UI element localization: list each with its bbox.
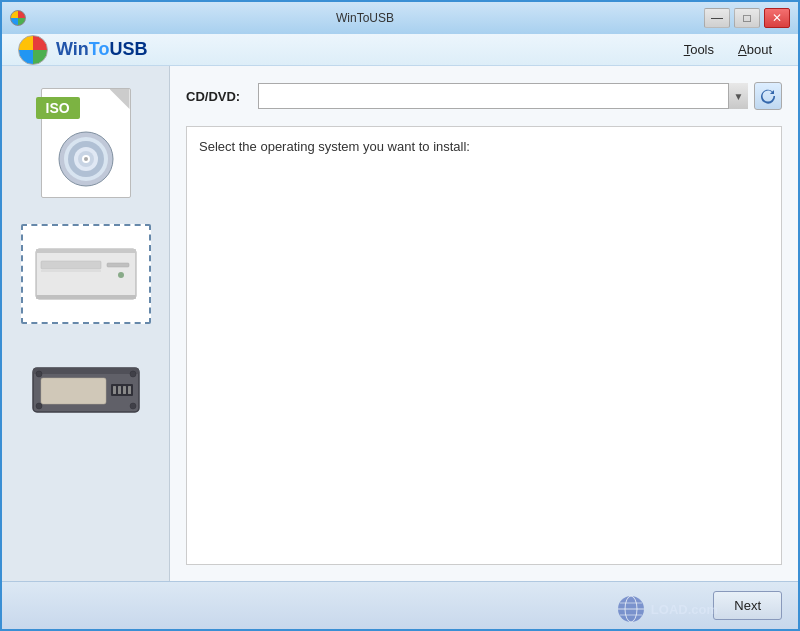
app-window: WinToUSB — □ ✕ WinToUSB Tools About <box>0 0 800 631</box>
logo-area: WinToUSB <box>18 35 666 65</box>
maximize-button[interactable]: □ <box>734 8 760 28</box>
app-icon <box>10 10 26 26</box>
iso-source-icon[interactable]: ISO <box>21 78 151 208</box>
svg-point-18 <box>130 371 136 377</box>
menu-items: Tools About <box>674 38 782 61</box>
os-selection-area: Select the operating system you want to … <box>186 126 782 565</box>
watermark-globe-icon <box>617 595 645 623</box>
about-label-rest: bout <box>747 42 772 57</box>
svg-rect-8 <box>36 249 136 253</box>
cd-dvd-select[interactable] <box>258 83 748 109</box>
svg-rect-23 <box>118 386 121 394</box>
svg-rect-22 <box>113 386 116 394</box>
bottom-bar: LOAD.com Next <box>2 581 798 629</box>
hdd-icon[interactable] <box>21 340 151 440</box>
watermark: LOAD.com <box>617 595 718 623</box>
close-button[interactable]: ✕ <box>764 8 790 28</box>
optical-drive-svg <box>31 239 141 309</box>
svg-point-20 <box>130 403 136 409</box>
logo-to: To <box>89 39 110 59</box>
title-bar-left <box>10 10 26 26</box>
menu-bar: WinToUSB Tools About <box>2 34 798 66</box>
cd-dvd-label: CD/DVD: <box>186 89 246 104</box>
cd-dvd-select-container: ▼ <box>258 83 748 109</box>
os-selection-label: Select the operating system you want to … <box>199 139 769 154</box>
svg-rect-25 <box>128 386 131 394</box>
window-title: WinToUSB <box>26 11 704 25</box>
svg-point-19 <box>36 403 42 409</box>
optical-drive-icon[interactable] <box>21 224 151 324</box>
svg-point-11 <box>118 272 124 278</box>
svg-rect-9 <box>41 261 101 269</box>
logo-text: WinToUSB <box>56 39 148 60</box>
hdd-svg <box>31 360 141 420</box>
svg-rect-10 <box>107 263 129 267</box>
svg-point-17 <box>36 371 42 377</box>
tools-label-rest: ools <box>690 42 714 57</box>
svg-rect-16 <box>41 378 106 404</box>
cd-disc-icon <box>56 129 116 189</box>
iso-badge: ISO <box>36 97 80 119</box>
sidebar: ISO <box>2 66 170 581</box>
logo-circle-icon <box>18 35 48 65</box>
next-button[interactable]: Next <box>713 591 782 620</box>
refresh-icon <box>760 88 776 104</box>
content-area: ISO <box>2 66 798 581</box>
svg-rect-24 <box>123 386 126 394</box>
iso-paper: ISO <box>41 88 131 198</box>
svg-rect-15 <box>33 368 139 374</box>
tools-menu[interactable]: Tools <box>674 38 724 61</box>
main-panel: CD/DVD: ▼ <box>170 66 798 581</box>
refresh-button[interactable] <box>754 82 782 110</box>
logo-win: Win <box>56 39 89 59</box>
logo-usb: USB <box>109 39 147 59</box>
watermark-text: LOAD.com <box>651 602 718 617</box>
minimize-button[interactable]: — <box>704 8 730 28</box>
cd-dvd-row: CD/DVD: ▼ <box>186 82 782 110</box>
window-controls: — □ ✕ <box>704 8 790 28</box>
svg-point-6 <box>84 157 88 161</box>
cd-dvd-select-wrapper: ▼ <box>258 82 782 110</box>
title-bar: WinToUSB — □ ✕ <box>2 2 798 34</box>
svg-rect-12 <box>36 295 136 299</box>
about-menu[interactable]: About <box>728 38 782 61</box>
